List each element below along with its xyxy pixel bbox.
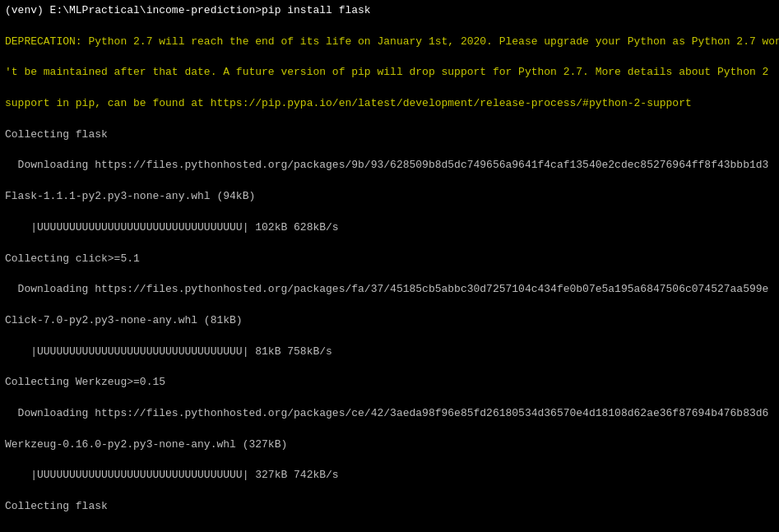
terminal-line-15: |UUUUUUUUUUUUUUUUUUUUUUUUUUUUUUUU| 327kB…: [5, 468, 774, 483]
terminal-window: (venv) E:\MLPractical\income-prediction>…: [0, 0, 779, 532]
terminal-line-14: Werkzeug-0.16.0-py2.py3-none-any.whl (32…: [5, 437, 774, 453]
terminal-line-2: 't be maintained after that date. A futu…: [5, 65, 774, 81]
terminal-line-0: (venv) E:\MLPractical\income-prediction>…: [5, 3, 774, 19]
terminal-line-12: Collecting Werkzeug>=0.15: [5, 375, 774, 391]
terminal-line-11: |UUUUUUUUUUUUUUUUUUUUUUUUUUUUUUUU| 81kB …: [5, 345, 774, 360]
terminal-line-16: Collecting flask: [5, 499, 774, 515]
terminal-line-4: Collecting flask: [5, 127, 774, 143]
terminal-line-9: Downloading https://files.pythonhosted.o…: [5, 282, 774, 298]
terminal-line-8: Collecting click>=5.1: [5, 252, 774, 267]
terminal-line-1: DEPRECATION: Python 2.7 will reach the e…: [5, 35, 774, 50]
terminal-line-13: Downloading https://files.pythonhosted.o…: [5, 406, 774, 422]
terminal-line-7: |UUUUUUUUUUUUUUUUUUUUUUUUUUUUUUUU| 102kB…: [5, 220, 774, 236]
terminal-line-3: support in pip, can be found at https://…: [5, 96, 774, 112]
terminal-line-5: Downloading https://files.pythonhosted.o…: [5, 158, 774, 173]
terminal-line-6: Flask-1.1.1-py2.py3-none-any.whl (94kB): [5, 189, 774, 205]
terminal-line-10: Click-7.0-py2.py3-none-any.whl (81kB): [5, 313, 774, 329]
